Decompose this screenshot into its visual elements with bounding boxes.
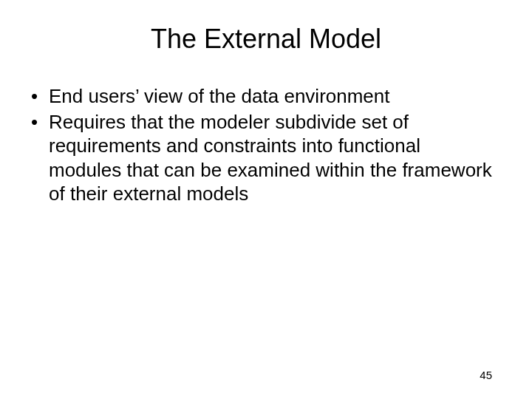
list-item: End users’ view of the data environment bbox=[27, 84, 497, 109]
bullet-list: End users’ view of the data environment … bbox=[0, 84, 532, 206]
slide-title: The External Model bbox=[0, 0, 532, 84]
list-item: Requires that the modeler subdivide set … bbox=[27, 110, 497, 206]
page-number: 45 bbox=[480, 369, 492, 381]
